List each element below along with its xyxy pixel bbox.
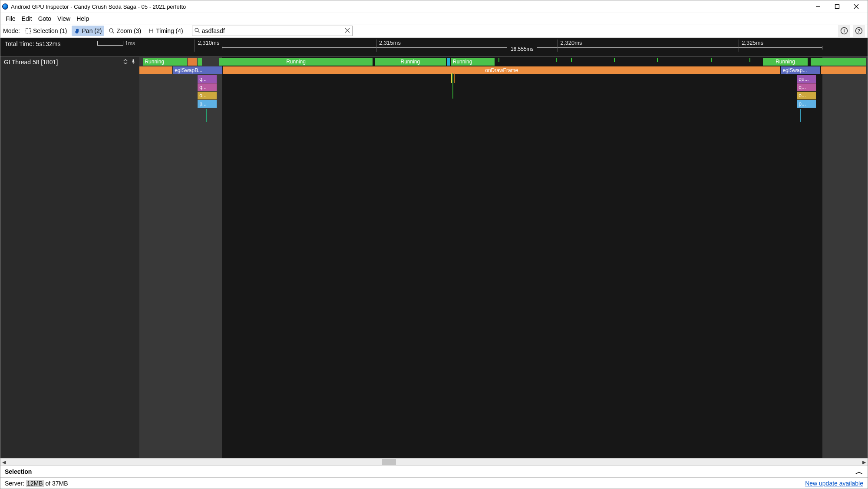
svg-point-15	[844, 29, 845, 30]
track-label: GLThread 58 [1801]	[4, 59, 58, 66]
svg-text:?: ?	[858, 28, 861, 33]
hand-icon	[74, 28, 80, 34]
trace-event[interactable]: p...	[198, 100, 217, 108]
server-memory: Server: 12MB of 37MB	[5, 480, 68, 487]
ruler-tick: 2,320ms	[558, 40, 582, 52]
thread-tick	[571, 58, 572, 62]
minimize-button[interactable]	[809, 1, 828, 12]
toolbar: Mode: Selection (1) Pan (2) Zoom (3) Tim…	[0, 24, 868, 38]
new-update-link[interactable]: New update available	[805, 480, 863, 487]
trace-event[interactable]	[188, 58, 197, 66]
collapse-icon[interactable]	[123, 59, 128, 66]
mode-timing-label: Timing (4)	[156, 27, 183, 34]
menu-help[interactable]: Help	[74, 14, 92, 23]
search-input[interactable]	[192, 26, 353, 36]
trace-event[interactable]: Running	[451, 58, 495, 66]
trace-sliver[interactable]	[452, 83, 453, 99]
thread-tick	[749, 58, 750, 62]
clear-search-button[interactable]	[344, 27, 350, 33]
help-button[interactable]: ?	[853, 25, 865, 37]
trace-event[interactable]: Running	[375, 58, 446, 66]
mode-pan-button[interactable]: Pan (2)	[72, 26, 105, 36]
trace-event[interactable]: qu...	[797, 75, 816, 83]
track-sidebar: GLThread 58 [1801]	[0, 57, 139, 458]
trace-event[interactable]: eglSwap...	[781, 66, 820, 74]
time-scale: 1ms	[97, 40, 135, 46]
selection-icon	[25, 28, 31, 34]
svg-rect-4	[26, 29, 30, 33]
trace-sliver[interactable]	[800, 109, 801, 122]
scroll-left-button[interactable]: ◀	[0, 459, 7, 466]
mode-timing-button[interactable]: Timing (4)	[145, 26, 186, 36]
search-icon	[194, 27, 200, 33]
trace-event[interactable]	[139, 66, 172, 74]
mode-selection-button[interactable]: Selection (1)	[23, 26, 70, 36]
trace-event[interactable]: Running	[143, 58, 187, 66]
visible-duration-label: 16.555ms	[507, 46, 537, 52]
trace-event[interactable]	[447, 58, 450, 66]
trace-event[interactable]: Running	[219, 58, 372, 66]
zoom-icon	[109, 28, 115, 34]
trace-event[interactable]: o...	[198, 92, 217, 99]
close-button[interactable]	[847, 1, 866, 12]
thread-tick	[614, 58, 615, 62]
selection-panel-header[interactable]: Selection ︿	[0, 465, 868, 477]
trace-event[interactable]: onDrawFrame	[223, 66, 780, 74]
info-button[interactable]	[838, 25, 850, 37]
thread-tick	[657, 58, 658, 62]
trace-event[interactable]: q...	[198, 75, 217, 83]
scroll-thumb[interactable]	[382, 459, 396, 465]
app-icon	[2, 3, 8, 10]
time-scale-label: 1ms	[125, 40, 135, 46]
svg-point-10	[195, 28, 198, 32]
pin-icon[interactable]	[131, 59, 136, 66]
menubar: File Edit Goto View Help	[0, 13, 868, 24]
trace-event[interactable]	[821, 66, 866, 74]
trace-event[interactable]: o...	[797, 92, 816, 99]
chevron-up-icon[interactable]: ︿	[855, 466, 863, 477]
trace-sliver[interactable]	[206, 109, 207, 122]
track-header[interactable]: GLThread 58 [1801]	[0, 57, 139, 67]
ruler-tick: 2,315ms	[376, 40, 401, 52]
horizontal-scrollbar[interactable]: ◀ ▶	[0, 458, 868, 465]
mode-label: Mode:	[3, 27, 20, 34]
menu-goto[interactable]: Goto	[36, 14, 54, 23]
svg-rect-1	[835, 5, 839, 9]
thread-tick	[556, 58, 557, 62]
trace-event[interactable]: p...	[797, 100, 816, 108]
menu-edit[interactable]: Edit	[19, 14, 35, 23]
scroll-right-button[interactable]: ▶	[861, 459, 868, 466]
menu-view[interactable]: View	[55, 14, 73, 23]
trace-sliver[interactable]	[452, 73, 453, 83]
statusbar: Server: 12MB of 37MB New update availabl…	[0, 477, 868, 489]
timeline-panel[interactable]: Total Time: 5s132ms 1ms 16.555ms 2,310ms…	[0, 38, 868, 458]
trace-sliver[interactable]	[454, 73, 455, 83]
thread-tick	[711, 58, 712, 62]
selection-title: Selection	[5, 468, 32, 475]
menu-file[interactable]: File	[3, 14, 18, 23]
trace-event[interactable]: eglSwapB...	[173, 66, 222, 74]
trace-event[interactable]: q...	[198, 83, 217, 91]
mode-pan-label: Pan (2)	[82, 27, 102, 34]
trace-event[interactable]	[811, 58, 866, 66]
svg-point-5	[109, 29, 113, 32]
visible-duration: 16.555ms	[222, 47, 823, 48]
mode-zoom-button[interactable]: Zoom (3)	[106, 26, 144, 36]
tracks-area[interactable]: GLThread 58 [1801] RunningRunningRunning	[0, 57, 868, 458]
trace-sliver[interactable]	[451, 73, 452, 83]
ruler-tick: 2,310ms	[195, 40, 219, 52]
trace-event[interactable]	[198, 58, 202, 66]
titlebar: Android GPU Inspector - Candy Crush Soda…	[0, 0, 868, 13]
total-time-label: Total Time: 5s132ms	[5, 40, 60, 47]
window-title: Android GPU Inspector - Candy Crush Soda…	[11, 3, 809, 10]
svg-line-6	[112, 32, 114, 33]
mode-zoom-label: Zoom (3)	[116, 27, 141, 34]
ruler-tick: 2,325ms	[739, 40, 763, 52]
svg-rect-16	[844, 30, 845, 33]
timing-icon	[148, 28, 154, 34]
timeline-ruler[interactable]: Total Time: 5s132ms 1ms 16.555ms 2,310ms…	[0, 38, 868, 57]
thread-tick	[498, 58, 499, 62]
maximize-button[interactable]	[828, 1, 847, 12]
trace-event[interactable]: Running	[763, 58, 808, 66]
trace-event[interactable]: q...	[797, 83, 816, 91]
